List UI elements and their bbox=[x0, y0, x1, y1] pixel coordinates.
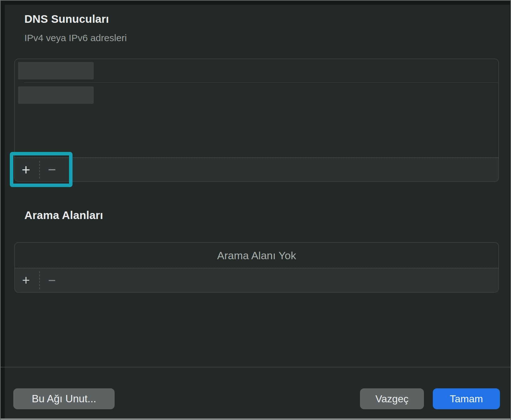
dns-row-separator bbox=[24, 82, 498, 83]
search-domains-list: Arama Alanı Yok + − bbox=[14, 242, 499, 293]
dns-servers-list: + − bbox=[14, 59, 499, 182]
window-frame: DNS Sunucuları IPv4 veya IPv6 adresleri … bbox=[0, 0, 511, 420]
dns-entry-redacted-1[interactable] bbox=[18, 62, 94, 79]
search-domains-title: Arama Alanları bbox=[24, 209, 103, 222]
dns-servers-subtitle: IPv4 veya IPv6 adresleri bbox=[24, 33, 127, 43]
action-bar-divider bbox=[1, 367, 510, 367]
window-bottom-edge bbox=[1, 418, 510, 420]
dns-servers-title: DNS Sunucuları bbox=[24, 13, 109, 25]
search-domain-remove-button[interactable]: − bbox=[43, 271, 61, 290]
toolbar-divider bbox=[39, 161, 40, 179]
search-domains-toolbar: + − bbox=[15, 268, 498, 292]
dns-remove-button[interactable]: − bbox=[43, 160, 61, 179]
search-domains-empty-message: Arama Alanı Yok bbox=[15, 243, 498, 268]
toolbar-divider bbox=[39, 271, 40, 289]
search-domain-add-button[interactable]: + bbox=[17, 271, 35, 290]
dns-settings-sheet: DNS Sunucuları IPv4 veya IPv6 adresleri … bbox=[5, 5, 510, 420]
forget-network-button[interactable]: Bu Ağı Unut... bbox=[13, 388, 115, 409]
dns-add-button[interactable]: + bbox=[17, 160, 35, 179]
dns-entry-redacted-2[interactable] bbox=[18, 86, 94, 104]
ok-button[interactable]: Tamam bbox=[433, 388, 500, 409]
cancel-button[interactable]: Vazgeç bbox=[360, 388, 424, 409]
dns-list-toolbar: + − bbox=[15, 157, 498, 181]
